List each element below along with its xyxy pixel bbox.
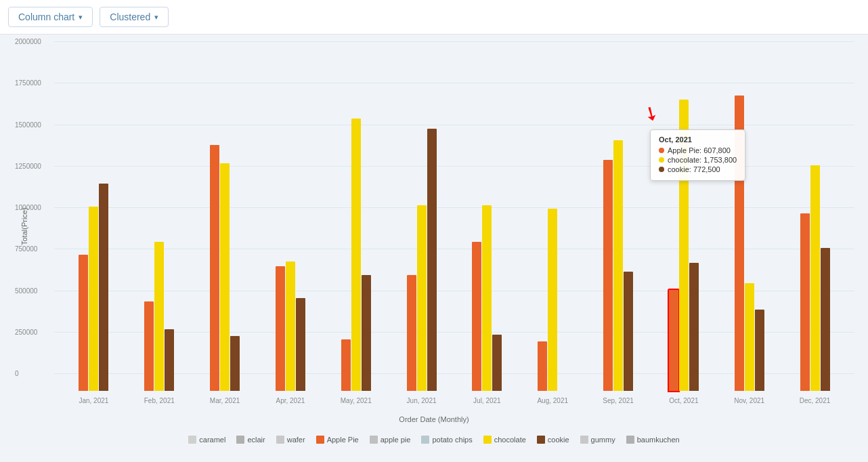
month-group — [257, 261, 323, 391]
y-tick-label: 1250000 — [15, 162, 41, 169]
legend-swatch — [316, 436, 324, 444]
month-group — [127, 242, 192, 392]
y-tick-label: 500000 — [15, 287, 37, 294]
legend-item: baumkuchen — [626, 436, 680, 444]
x-label: Aug, 2021 — [520, 397, 586, 404]
x-label: Apr, 2021 — [257, 397, 323, 404]
x-label: Sep, 2021 — [586, 397, 651, 404]
bar[interactable] — [341, 339, 351, 391]
chart-subtype-dropdown[interactable]: Clustered ▾ — [100, 7, 169, 27]
legend-item: eclair — [236, 436, 265, 444]
legend-item: chocolate — [483, 436, 526, 444]
x-label: Jan, 2021 — [61, 397, 127, 404]
month-group — [586, 140, 651, 391]
x-label: Oct, 2021 — [651, 397, 716, 404]
legend-swatch — [236, 436, 244, 444]
bar[interactable] — [735, 96, 744, 391]
month-group — [389, 129, 454, 391]
x-label: Dec, 2021 — [782, 397, 848, 404]
legend-label: baumkuchen — [637, 436, 680, 444]
legend-item: wafer — [276, 436, 305, 444]
y-tick-label: 1500000 — [15, 121, 41, 128]
bar[interactable] — [472, 242, 481, 392]
legend-label: cookie — [548, 436, 569, 444]
chart-area: Total(Price) Order Date (Monthly) 200000… — [0, 35, 868, 448]
bar[interactable] — [407, 275, 416, 392]
bar[interactable] — [362, 275, 371, 392]
y-tick-label: 0 — [15, 370, 19, 377]
month-group — [651, 100, 716, 391]
legend-item: apple pie — [370, 436, 411, 444]
x-label: Mar, 2021 — [192, 397, 258, 404]
legend-label: caramel — [199, 436, 225, 444]
bar[interactable] — [230, 336, 240, 391]
x-label: Jun, 2021 — [389, 397, 454, 404]
bar[interactable] — [492, 335, 502, 391]
bar[interactable] — [800, 213, 810, 391]
legend-item: caramel — [188, 436, 225, 444]
bar[interactable] — [165, 329, 174, 391]
y-tick-label: 1750000 — [15, 79, 41, 87]
month-group — [61, 184, 127, 391]
legend-label: potato chips — [432, 436, 472, 444]
y-tick-label: 1000000 — [15, 204, 41, 211]
bar[interactable] — [624, 272, 633, 391]
y-axis-label: Total(Price) — [20, 207, 28, 245]
bar[interactable] — [548, 209, 557, 392]
bar[interactable] — [427, 129, 437, 391]
legend-label: Apple Pie — [327, 436, 359, 444]
chart-type-dropdown[interactable]: Column chart ▾ — [8, 7, 93, 27]
bar[interactable] — [286, 261, 295, 391]
legend-item: Apple Pie — [316, 436, 359, 444]
legend-swatch — [537, 436, 545, 444]
month-group — [323, 119, 389, 391]
chevron-down-icon: ▾ — [79, 13, 83, 22]
bar[interactable] — [144, 301, 154, 391]
legend-swatch — [580, 436, 588, 444]
bar[interactable] — [210, 145, 219, 391]
bar[interactable] — [220, 163, 230, 391]
bar[interactable] — [99, 184, 108, 391]
legend-label: chocolate — [494, 436, 526, 444]
x-labels: Jan, 2021Feb, 2021Mar, 2021Apr, 2021May,… — [54, 397, 854, 404]
y-tick-label: 250000 — [15, 328, 37, 335]
x-label: Nov, 2021 — [716, 397, 782, 404]
chart-type-label: Column chart — [18, 12, 74, 22]
bar[interactable] — [679, 100, 689, 391]
month-group — [520, 209, 586, 392]
y-tick-label: 2000000 — [15, 38, 41, 45]
bar[interactable] — [296, 298, 305, 391]
bar[interactable] — [538, 341, 547, 392]
legend: carameleclairwaferApple Pieapple piepota… — [0, 433, 868, 446]
bar[interactable] — [613, 140, 623, 391]
bar[interactable] — [689, 263, 699, 391]
bar[interactable] — [154, 242, 164, 392]
legend-swatch — [188, 436, 196, 444]
bar[interactable] — [276, 266, 285, 391]
bar[interactable] — [810, 165, 820, 391]
chart-subtype-label: Clustered — [110, 12, 150, 22]
y-tick-label: 750000 — [15, 245, 37, 253]
x-label: May, 2021 — [323, 397, 389, 404]
bar[interactable] — [745, 283, 754, 391]
bar[interactable] — [89, 207, 98, 391]
legend-swatch — [421, 436, 429, 444]
bar[interactable] — [821, 248, 830, 391]
legend-label: apple pie — [381, 436, 411, 444]
bar[interactable] — [755, 310, 764, 391]
bar[interactable] — [482, 205, 492, 391]
legend-swatch — [370, 436, 378, 444]
bar[interactable] — [79, 255, 88, 391]
legend-label: wafer — [287, 436, 305, 444]
bar[interactable] — [417, 205, 427, 391]
month-group — [454, 205, 520, 391]
month-group — [716, 96, 782, 391]
bar[interactable] — [603, 160, 613, 391]
legend-item: potato chips — [421, 436, 472, 444]
legend-label: gummy — [591, 436, 615, 444]
bar[interactable] — [669, 290, 678, 391]
legend-swatch — [626, 436, 634, 444]
bars-container[interactable] — [54, 41, 854, 391]
bar[interactable] — [351, 119, 361, 391]
x-label: Feb, 2021 — [127, 397, 192, 404]
